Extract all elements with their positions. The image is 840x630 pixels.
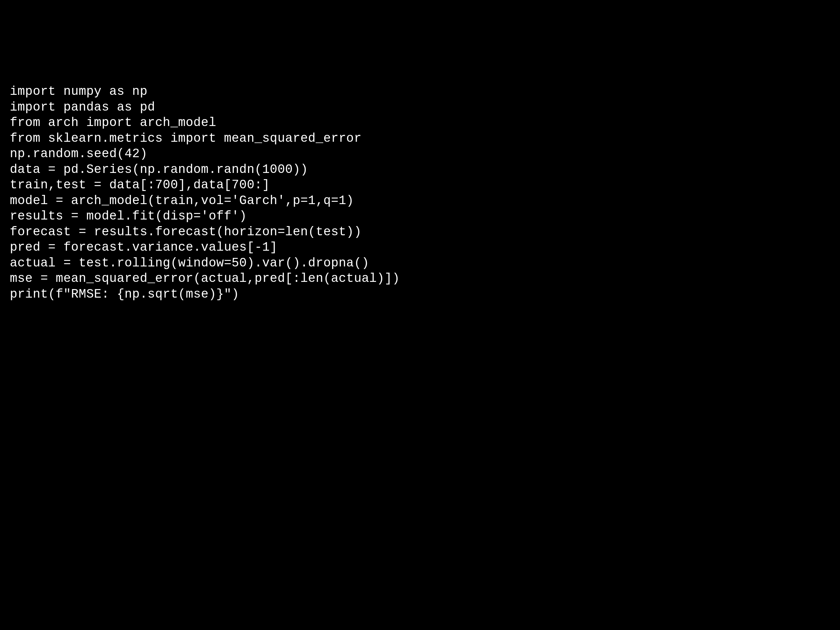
code-line: results = model.fit(disp='off'): [10, 208, 830, 224]
code-line: np.random.seed(42): [10, 146, 830, 162]
code-line: mse = mean_squared_error(actual,pred[:le…: [10, 271, 830, 286]
code-line: pred = forecast.variance.values[-1]: [10, 240, 830, 255]
code-line: train,test = data[:700],data[700:]: [10, 177, 830, 193]
code-line: forecast = results.forecast(horizon=len(…: [10, 224, 830, 240]
code-line: from arch import arch_model: [10, 115, 830, 131]
code-line: model = arch_model(train,vol='Garch',p=1…: [10, 193, 830, 209]
code-line: data = pd.Series(np.random.randn(1000)): [10, 162, 830, 177]
code-block: import numpy as npimport pandas as pdfro…: [10, 84, 830, 302]
code-line: print(f"RMSE: {np.sqrt(mse)}"): [10, 286, 830, 302]
code-line: actual = test.rolling(window=50).var().d…: [10, 255, 830, 271]
code-line: import pandas as pd: [10, 99, 830, 115]
code-line: from sklearn.metrics import mean_squared…: [10, 131, 830, 146]
code-line: import numpy as np: [10, 84, 830, 99]
